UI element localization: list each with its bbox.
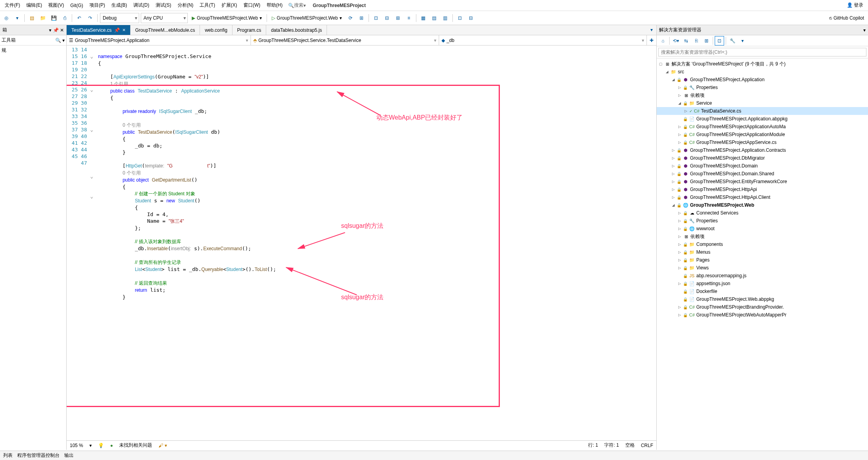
folder-pages[interactable]: ▷🔒📁Pages — [657, 256, 868, 264]
tab-datatables[interactable]: dataTables.bootstrap5.js — [266, 25, 327, 35]
menu-tools[interactable]: 工具(T) — [196, 0, 218, 10]
project-web[interactable]: ◢🔒🌐GroupThreeMESProject.Web — [657, 201, 868, 209]
menu-analyze[interactable]: 分析(N) — [174, 0, 197, 10]
folder-views[interactable]: ▷🔒📁Views — [657, 264, 868, 272]
nav-project[interactable]: ☰ GroupThreeMESProject.Application — [67, 35, 251, 45]
tb-layout3[interactable]: ⊞ — [393, 13, 403, 23]
file-branding[interactable]: ▷🔒C#GroupThreeMESProjectBrandingProvider… — [657, 303, 868, 311]
project-dbmigrator[interactable]: ▷🔒⬢GroupThreeMESProject.DbMigrator — [657, 154, 868, 162]
config-combo[interactable]: Debug — [100, 13, 139, 23]
menu-git[interactable]: Git(G) — [67, 1, 86, 10]
node-deps[interactable]: ▷⊞依赖项 — [657, 91, 868, 99]
menu-edit[interactable]: 编辑(E) — [23, 0, 45, 10]
project-efcore[interactable]: ▷🔒⬢GroupThreeMESProject.EntityFrameworkC… — [657, 178, 868, 185]
tabs-overflow[interactable]: ▾ — [647, 25, 656, 35]
node-webdeps[interactable]: ▷⊞依赖项 — [657, 233, 868, 240]
menu-file[interactable]: 文件(F) — [2, 0, 23, 10]
undo-button[interactable]: ↶ — [74, 13, 84, 23]
folder-components[interactable]: ▷🔒📁Components — [657, 240, 868, 248]
file-resmapping[interactable]: 🔒JSabp.resourcemapping.js — [657, 272, 868, 280]
eol-indicator[interactable]: CRLF — [641, 443, 653, 448]
login-button[interactable]: 👤 登录 — [844, 0, 866, 10]
sln-refresh[interactable]: ⟲▾ — [671, 36, 681, 45]
project-httpapi[interactable]: ▷🔒⬢GroupThreeMESProject.HttpApi — [657, 185, 868, 193]
file-webautomapper[interactable]: ▷🔒C#GroupThreeMESProjectWebAutoMapperPr — [657, 311, 868, 319]
col-indicator[interactable]: 字符: 1 — [604, 442, 619, 449]
search-launcher[interactable]: 🔍 搜索 ▾ — [286, 2, 308, 9]
sln-home[interactable]: ⌂ — [658, 36, 668, 45]
sln-copy[interactable]: ⎘ — [692, 36, 701, 45]
lightbulb-icon[interactable]: 💡 — [98, 443, 104, 448]
node-wwwroot[interactable]: ▷🔒🌐wwwroot — [657, 225, 868, 233]
tab-program[interactable]: Program.cs — [232, 25, 266, 35]
code-content[interactable]: namespace GroupThreeMESProject.Service {… — [98, 45, 656, 450]
toolbox-pin-icon[interactable]: ▾ 📌 ✕ — [49, 27, 64, 33]
file-webabppkg[interactable]: 🔒📄GroupThreeMESProject.Web.abppkg — [657, 295, 868, 303]
fold-column[interactable]: ⌄ ⌄ ⌄ ⌄ ⌄ — [90, 45, 98, 450]
folder-service[interactable]: ◢🔒📁Service — [657, 99, 868, 107]
line-indicator[interactable]: 行: 1 — [588, 442, 598, 449]
new-button[interactable]: ▤ — [27, 13, 36, 23]
split-editor-button[interactable]: ✚ — [647, 36, 656, 45]
project-contracts[interactable]: ▷🔒⬢GroupThreeMESProject.Application.Cont… — [657, 146, 868, 154]
tab-output[interactable]: 输出 — [64, 452, 74, 459]
tb-group3[interactable]: ▥ — [441, 13, 450, 23]
project-httpapiclient[interactable]: ▷🔒⬢GroupThreeMESProject.HttpApi.Client — [657, 193, 868, 201]
folder-menus[interactable]: ▷🔒📁Menus — [657, 248, 868, 256]
sln-pin-controls[interactable]: ▾ — [863, 27, 866, 33]
sln-props[interactable]: 🔧 — [728, 36, 737, 45]
file-automapper[interactable]: ▷🔒C#GroupThreeMESProjectApplicationAutoM… — [657, 123, 868, 131]
issues-label[interactable]: 未找到相关问题 — [119, 442, 152, 449]
tb-layout2[interactable]: ⊟ — [382, 13, 392, 23]
sln-showall[interactable]: ⊡ — [715, 36, 724, 45]
tab-list[interactable]: 列表 — [3, 452, 13, 459]
start-no-debug-button[interactable]: ▷ GroupThreeMESProject.Web ▾ — [269, 13, 344, 23]
file-abppkg[interactable]: 🔒📄GroupThreeMESProject.Application.abppk… — [657, 115, 868, 123]
start-button[interactable]: ▶ GroupThreeMESProject.Web ▾ — [189, 13, 264, 23]
tab-module[interactable]: GroupThreeM...ebModule.cs — [131, 25, 200, 35]
node-webprops[interactable]: ▷🔒🔧Properties — [657, 217, 868, 225]
tab-testdataservice[interactable]: TestDataService.cs📌✕ — [67, 25, 131, 35]
menu-test[interactable]: 测试(S) — [153, 0, 174, 10]
tb-misc1[interactable]: ⊡ — [455, 13, 465, 23]
sln-all[interactable]: ⊞ — [702, 36, 711, 45]
node-connsvc[interactable]: ▷🔒☁Connected Services — [657, 209, 868, 217]
folder-src[interactable]: ◢📁src — [657, 68, 868, 76]
file-appservice[interactable]: ▷🔒C#GroupThreeMESProjectAppService.cs — [657, 138, 868, 146]
copilot-button[interactable]: ⎋ GitHub Copilot — [827, 13, 866, 23]
search-icon[interactable]: 🔍 ▾ — [55, 38, 65, 43]
tb-group1[interactable]: ▦ — [419, 13, 428, 23]
menu-window[interactable]: 窗口(W) — [240, 0, 263, 10]
forward-button[interactable]: ▾ — [13, 13, 22, 23]
tb-group2[interactable]: ▤ — [430, 13, 439, 23]
tb-layout4[interactable]: ≡ — [404, 13, 414, 23]
file-dockerfile[interactable]: 🔒📄Dockerfile — [657, 287, 868, 295]
project-domainshared[interactable]: ▷🔒⬢GroupThreeMESProject.Domain.Shared — [657, 170, 868, 178]
file-appsettings[interactable]: ▷🔒📄appsettings.json — [657, 280, 868, 287]
toolbox-general[interactable]: 规 — [0, 45, 66, 55]
save-all-button[interactable]: ⎙ — [60, 13, 69, 23]
redo-button[interactable]: ↷ — [85, 13, 95, 23]
menu-project[interactable]: 项目(P) — [86, 0, 108, 10]
file-testdataservice[interactable]: ▷✓C#TestDataService.cs — [657, 107, 868, 115]
sln-sync[interactable]: ⇆ — [681, 36, 691, 45]
solution-root[interactable]: ▢⊞解决方案 'GroupThreeMESProject' (9 个项目，共 9… — [657, 60, 868, 68]
tb-misc2[interactable]: ⊟ — [466, 13, 476, 23]
nav-class[interactable]: ⬘ GroupThreeMESProject.Service.TestDataS… — [251, 35, 439, 45]
code-editor[interactable]: 13 14 15 16 17 18 19 20 21 22 23 24 25 2… — [67, 45, 656, 450]
sln-preview[interactable]: ▾ — [738, 36, 747, 45]
save-button[interactable]: 💾 — [49, 13, 58, 23]
file-appmodule[interactable]: ▷🔒C#GroupThreeMESProjectApplicationModul… — [657, 131, 868, 138]
menu-view[interactable]: 视图(V) — [45, 0, 67, 10]
sln-search-input[interactable] — [658, 48, 866, 56]
menu-build[interactable]: 生成(B) — [108, 0, 130, 10]
platform-combo[interactable]: Any CPU — [141, 13, 188, 23]
node-properties[interactable]: ▷🔒🔧Properties — [657, 84, 868, 91]
nav-member[interactable]: ◆ _db — [439, 35, 647, 45]
tab-pkgconsole[interactable]: 程序包管理器控制台 — [17, 452, 60, 459]
tab-webconfig[interactable]: web.config — [200, 25, 232, 35]
indent-indicator[interactable]: 空格 — [625, 442, 635, 449]
close-icon[interactable]: ✕ — [122, 28, 125, 32]
open-button[interactable]: 📁 — [38, 13, 47, 23]
tb-extra2[interactable]: ⊞ — [357, 13, 366, 23]
